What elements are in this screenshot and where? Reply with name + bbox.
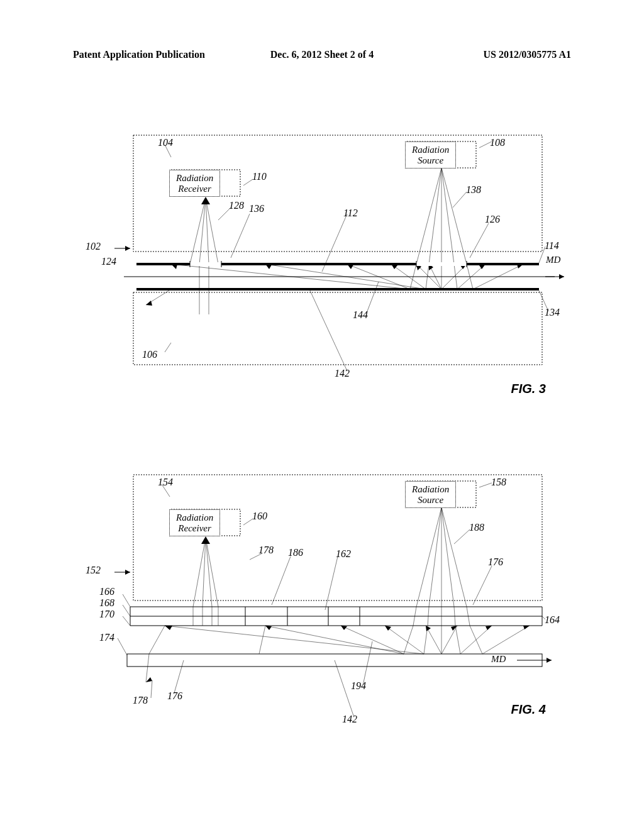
ref-178a: 178 (258, 545, 274, 556)
radiation-source-box: Radiation Source (405, 141, 456, 169)
svg-line-135 (325, 556, 338, 610)
svg-line-118 (259, 626, 265, 654)
svg-line-85 (441, 507, 454, 607)
svg-line-117 (149, 626, 165, 654)
svg-line-97 (341, 626, 404, 654)
svg-line-92 (404, 626, 413, 654)
svg-line-62 (453, 192, 467, 208)
ref-112: 112 (343, 208, 358, 219)
ref-170: 170 (99, 609, 114, 620)
svg-line-15 (441, 168, 467, 264)
ref-162: 162 (336, 548, 351, 560)
svg-line-101 (460, 626, 492, 654)
svg-marker-38 (517, 264, 523, 268)
svg-line-14 (441, 168, 454, 264)
ref-126: 126 (485, 214, 500, 225)
page-header: Patent Application Publication Dec. 6, 2… (73, 49, 571, 60)
ref-178b: 178 (133, 695, 148, 706)
svg-marker-107 (341, 626, 347, 630)
svg-marker-32 (347, 264, 353, 269)
ref-152: 152 (86, 565, 101, 576)
ref-168: 168 (99, 597, 114, 609)
svg-line-63 (470, 223, 489, 258)
ref-188: 188 (469, 522, 484, 533)
svg-line-104 (165, 626, 424, 654)
svg-marker-79 (547, 658, 552, 663)
svg-marker-10 (125, 246, 130, 251)
svg-line-140 (123, 605, 130, 616)
ref-102: 102 (86, 241, 101, 252)
svg-line-131 (479, 483, 492, 487)
figure-4: Radiation Source Radiation Receiver 152 … (73, 465, 571, 729)
svg-line-12 (429, 168, 441, 264)
ref-128: 128 (229, 200, 244, 211)
svg-line-95 (455, 626, 460, 654)
ref-186: 186 (288, 547, 303, 558)
header-publication-type: Patent Application Publication (73, 49, 239, 60)
svg-line-137 (473, 566, 492, 605)
ref-138: 138 (466, 184, 481, 196)
svg-marker-81 (125, 570, 130, 575)
svg-marker-105 (165, 626, 172, 630)
svg-line-134 (272, 556, 291, 605)
md-label: MD (491, 654, 506, 665)
svg-marker-31 (265, 264, 272, 269)
svg-line-132 (243, 519, 253, 525)
svg-line-68 (366, 282, 379, 314)
svg-line-139 (123, 594, 130, 607)
ref-124: 124 (101, 256, 116, 267)
svg-marker-111 (486, 626, 492, 630)
svg-line-100 (441, 626, 457, 654)
svg-line-45 (190, 198, 206, 264)
ref-166: 166 (99, 586, 114, 597)
svg-marker-120 (146, 677, 152, 682)
svg-line-103 (265, 626, 404, 654)
svg-line-123 (206, 538, 212, 607)
svg-line-82 (416, 507, 441, 607)
ref-106: 106 (142, 349, 157, 360)
svg-line-136 (454, 529, 470, 544)
svg-line-122 (203, 538, 206, 607)
ref-176b: 176 (167, 690, 182, 702)
svg-marker-8 (559, 274, 564, 279)
header-patent-number: US 2012/0305775 A1 (405, 49, 571, 60)
radiation-receiver-box: Radiation Receiver (169, 170, 220, 197)
svg-rect-69 (133, 475, 542, 600)
svg-line-67 (309, 289, 347, 371)
ref-104: 104 (158, 137, 173, 148)
ref-108: 108 (490, 137, 505, 148)
svg-line-121 (193, 538, 206, 607)
ref-114: 114 (545, 240, 559, 252)
ref-154: 154 (158, 477, 173, 488)
ref-136: 136 (249, 203, 264, 214)
figure-3: Radiation Source Radiation Receiver 102 … (73, 126, 571, 390)
ref-176a: 176 (488, 556, 503, 568)
svg-line-141 (123, 616, 130, 626)
figure-4-diagram (73, 465, 571, 729)
svg-line-142 (118, 638, 127, 655)
svg-line-44 (146, 289, 171, 305)
svg-line-11 (416, 168, 441, 264)
svg-line-144 (151, 680, 152, 698)
svg-marker-108 (385, 626, 391, 631)
header-date-sheet: Dec. 6, 2012 Sheet 2 of 4 (239, 49, 405, 60)
svg-line-47 (206, 198, 209, 264)
svg-rect-1 (133, 292, 542, 365)
svg-line-86 (441, 507, 467, 607)
figure-3-label: FIG. 3 (511, 382, 546, 396)
ref-142: 142 (335, 368, 350, 379)
svg-marker-125 (201, 536, 210, 544)
ref-194: 194 (351, 680, 366, 692)
svg-line-48 (206, 198, 218, 264)
svg-marker-30 (171, 264, 177, 269)
ref-160: 160 (252, 511, 267, 522)
svg-marker-49 (201, 197, 210, 204)
svg-marker-106 (265, 626, 272, 630)
ref-142: 142 (342, 714, 357, 725)
svg-line-119 (146, 654, 149, 682)
svg-line-102 (482, 626, 530, 654)
svg-line-46 (199, 198, 206, 264)
radiation-receiver-box: Radiation Receiver (169, 509, 220, 536)
ref-158: 158 (491, 477, 506, 488)
svg-line-98 (385, 626, 424, 654)
